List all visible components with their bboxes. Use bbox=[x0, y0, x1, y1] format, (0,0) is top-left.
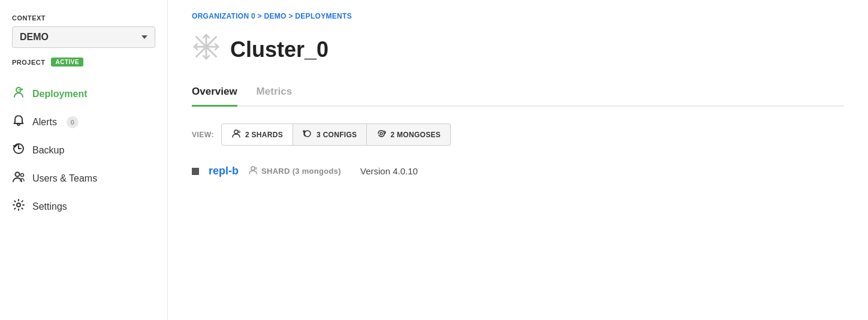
sidebar: CONTEXT DEMO PROJECT ACTIVE Deployment bbox=[0, 0, 168, 320]
shard-name[interactable]: repl-b bbox=[209, 165, 239, 177]
svg-point-20 bbox=[238, 131, 240, 133]
view-btn-configs[interactable]: 3 CONFIGS bbox=[293, 123, 367, 146]
main-content: ORGANIZATION 0 > DEMO > DEPLOYMENTS Clus… bbox=[168, 0, 868, 320]
view-label: VIEW: bbox=[192, 131, 214, 139]
sidebar-item-users-teams[interactable]: Users & Teams bbox=[0, 164, 167, 192]
view-btn-shards[interactable]: 2 SHARDS bbox=[221, 123, 293, 146]
shard-type-label: SHARD (3 mongods) bbox=[261, 167, 341, 176]
active-badge: ACTIVE bbox=[51, 58, 83, 67]
cluster-snowflake-icon bbox=[192, 32, 221, 67]
alerts-badge: 0 bbox=[67, 116, 79, 128]
shard-type-icon bbox=[248, 165, 258, 177]
sidebar-item-backup-label: Backup bbox=[32, 145, 64, 156]
sidebar-item-settings-label: Settings bbox=[32, 201, 67, 212]
sidebar-item-backup[interactable]: Backup bbox=[0, 136, 167, 164]
view-row: VIEW: 2 SHARDS 3 CONFIGS bbox=[192, 123, 844, 146]
breadcrumb[interactable]: ORGANIZATION 0 > DEMO > DEPLOYMENTS bbox=[192, 12, 844, 20]
deployment-icon bbox=[12, 86, 25, 102]
shard-status-indicator bbox=[192, 168, 199, 175]
sidebar-item-deployment-label: Deployment bbox=[32, 89, 88, 99]
context-value: DEMO bbox=[20, 32, 49, 43]
mongos-btn-icon bbox=[376, 129, 386, 140]
view-btn-shards-label: 2 SHARDS bbox=[245, 131, 283, 139]
sidebar-item-alerts[interactable]: Alerts 0 bbox=[0, 108, 167, 136]
svg-point-19 bbox=[234, 130, 238, 134]
tab-metrics[interactable]: Metrics bbox=[257, 81, 293, 107]
alerts-icon bbox=[12, 114, 25, 130]
svg-point-6 bbox=[17, 203, 20, 207]
svg-point-4 bbox=[16, 173, 20, 177]
svg-point-26 bbox=[255, 168, 257, 170]
users-teams-icon bbox=[12, 170, 25, 186]
shard-btn-icon bbox=[231, 129, 241, 140]
shard-row: repl-b SHARD (3 mongods) Version 4.0.10 bbox=[192, 165, 844, 177]
shard-type: SHARD (3 mongods) bbox=[248, 165, 341, 177]
view-btn-mongoses[interactable]: 2 MONGOSES bbox=[367, 123, 451, 146]
shard-version: Version 4.0.10 bbox=[360, 166, 418, 176]
backup-icon bbox=[12, 142, 25, 158]
context-label: CONTEXT bbox=[12, 14, 155, 22]
sidebar-item-deployment[interactable]: Deployment bbox=[0, 80, 167, 108]
svg-line-2 bbox=[19, 89, 22, 90]
view-btn-configs-label: 3 CONFIGS bbox=[317, 131, 357, 139]
project-label: PROJECT bbox=[12, 59, 45, 66]
sidebar-item-alerts-label: Alerts bbox=[32, 117, 57, 128]
tabs: Overview Metrics bbox=[192, 81, 844, 107]
svg-point-5 bbox=[21, 174, 24, 177]
svg-point-24 bbox=[380, 132, 382, 135]
view-btn-mongoses-label: 2 MONGOSES bbox=[390, 131, 441, 139]
config-btn-icon bbox=[303, 129, 312, 140]
tab-overview[interactable]: Overview bbox=[192, 81, 237, 107]
svg-point-25 bbox=[251, 167, 255, 170]
page-title: Cluster_0 bbox=[230, 37, 328, 62]
sidebar-item-users-teams-label: Users & Teams bbox=[32, 173, 97, 184]
page-header: Cluster_0 bbox=[192, 32, 844, 67]
context-dropdown[interactable]: DEMO bbox=[12, 26, 155, 48]
settings-icon bbox=[12, 198, 25, 215]
sidebar-item-settings[interactable]: Settings bbox=[0, 192, 167, 221]
dropdown-arrow-icon bbox=[141, 35, 147, 39]
